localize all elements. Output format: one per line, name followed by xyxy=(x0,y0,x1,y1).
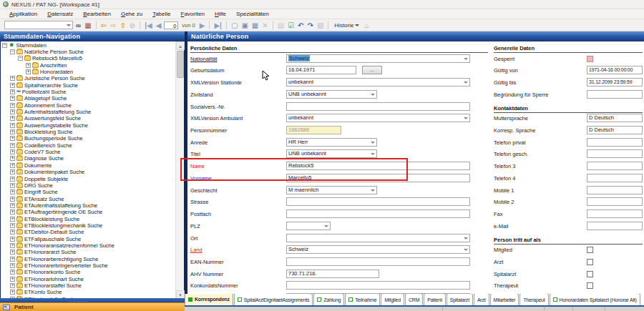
expand-icon[interactable]: + xyxy=(10,136,15,141)
field-begruendung-fuer-sperre[interactable] xyxy=(587,90,643,99)
field-ean-nummer[interactable] xyxy=(286,257,470,266)
up-icon[interactable]: ⇧ xyxy=(119,20,126,31)
checkbox-gesperrt[interactable] xyxy=(587,56,593,62)
expand-icon[interactable]: + xyxy=(10,169,15,174)
find-icon[interactable]: ∞ xyxy=(75,20,82,31)
tab-korrespondenz[interactable]: Korrespondenz xyxy=(185,294,233,305)
tab-honorardaten-spitalarzt-honorar-alt-[interactable]: Honorardaten Spitalarzt (Honorar Alt) xyxy=(550,294,640,305)
field-geschlecht[interactable]: M maennlich xyxy=(286,186,377,194)
field-geburtsdatum[interactable]: 16.04.1971 xyxy=(286,66,356,74)
expand-icon[interactable]: + xyxy=(10,203,15,208)
expand-icon[interactable]: + xyxy=(10,149,15,154)
field-ort[interactable] xyxy=(286,234,470,242)
prev-record-icon[interactable]: ◀ xyxy=(155,20,162,31)
tab-arzt[interactable]: Arzt xyxy=(474,294,489,305)
menu-item-bearbeiten[interactable]: Bearbeiten xyxy=(78,9,116,19)
expand-icon[interactable]: + xyxy=(10,263,15,268)
expand-icon[interactable]: + xyxy=(10,189,15,194)
expand-icon[interactable]: + xyxy=(10,143,15,148)
field-zivilstand[interactable]: UNB unbekannt xyxy=(286,90,377,99)
delete-icon[interactable]: ✕ xyxy=(261,20,268,31)
undo-icon[interactable]: ↶ xyxy=(297,20,304,31)
expand-icon[interactable]: + xyxy=(26,69,31,74)
field-label-land[interactable]: Land xyxy=(190,247,203,253)
expand-icon[interactable]: + xyxy=(10,283,15,288)
field-land[interactable]: Schweiz xyxy=(286,245,470,254)
expand-icon[interactable]: + xyxy=(10,103,15,108)
save-icon[interactable]: ▣ xyxy=(240,20,248,31)
tab-spitalarztdignitaetassignments[interactable]: SpitalArztDignitaetAssignments xyxy=(234,294,313,305)
field-name[interactable]: Rebstock5 xyxy=(286,162,470,170)
collapse-icon[interactable]: − xyxy=(2,43,7,48)
field-konkordatsnummer[interactable] xyxy=(286,281,470,290)
expand-icon[interactable]: + xyxy=(10,257,15,262)
tab-mitglied[interactable]: Mitglied xyxy=(381,294,404,305)
quick-search-combo[interactable] xyxy=(4,21,73,29)
tab-therapeut[interactable]: Therapeut xyxy=(519,294,548,305)
menu-item-tabelle[interactable]: Tabelle xyxy=(147,9,175,19)
field-gueltig-von[interactable]: 1971-04-16 00:00:00 xyxy=(587,66,643,74)
field-nationalitaet[interactable]: Schweiz xyxy=(286,54,470,63)
historie-button[interactable]: Historie xyxy=(332,22,361,29)
field-muttersprache[interactable]: D Deutsch xyxy=(587,114,643,122)
tree-scrollbar[interactable]: ▲ ▼ xyxy=(175,41,184,299)
field-label-nationalitaet[interactable]: Nationalität xyxy=(190,56,218,62)
field-e-mail[interactable] xyxy=(587,222,643,230)
field-anrede[interactable]: HR Herr xyxy=(286,138,377,147)
forward-icon[interactable]: ⇨ xyxy=(109,20,117,31)
menu-item-applikation[interactable]: Applikation xyxy=(4,9,42,19)
expand-icon[interactable]: + xyxy=(10,116,15,121)
collapse-icon[interactable]: − xyxy=(10,49,15,54)
first-record-icon[interactable]: |◀ xyxy=(144,20,153,31)
back-icon[interactable]: ⇦ xyxy=(100,20,107,31)
collapse-icon[interactable]: − xyxy=(18,56,23,61)
scroll-up-icon[interactable]: ▲ xyxy=(176,41,185,50)
save-all-icon[interactable]: ▦ xyxy=(251,20,259,31)
expand-icon[interactable]: + xyxy=(10,237,15,242)
menu-item-gehezu[interactable]: Gehe zu xyxy=(116,9,147,19)
field-postfach[interactable] xyxy=(286,209,470,218)
field-mobile-2[interactable] xyxy=(587,197,643,206)
expand-icon[interactable]: + xyxy=(10,209,15,214)
tab-crm[interactable]: CRM xyxy=(405,294,423,305)
record-number-input[interactable]: 0 xyxy=(164,21,178,29)
expand-icon[interactable]: + xyxy=(10,163,15,168)
expand-icon[interactable]: + xyxy=(10,96,15,101)
scroll-thumb[interactable] xyxy=(177,51,184,78)
stop-icon[interactable]: ⊘ xyxy=(129,20,136,31)
expand-icon[interactable]: + xyxy=(10,177,15,182)
field-telefon-gesch[interactable] xyxy=(587,149,643,158)
browse-button-geburtsdatum[interactable]: ... xyxy=(362,66,382,74)
expand-icon[interactable]: + xyxy=(26,63,31,68)
field-sozialvers-nr[interactable] xyxy=(286,102,470,111)
checkbox-therapeut[interactable] xyxy=(587,282,593,289)
field-mobile-1[interactable] xyxy=(587,186,643,194)
tab-spitalarzt[interactable]: Spitalarzt xyxy=(447,294,473,305)
next-record-icon[interactable]: ▶ xyxy=(199,20,206,31)
field-fax[interactable] xyxy=(587,209,643,218)
tab-patient[interactable]: Patient xyxy=(424,294,445,305)
expand-icon[interactable]: + xyxy=(10,123,15,128)
field-ahv-nummer[interactable]: 730.71.216. xyxy=(286,270,379,278)
field-telefon-privat[interactable] xyxy=(587,138,643,147)
menu-item-hilfe[interactable]: Hilfe xyxy=(210,9,231,19)
expand-icon[interactable]: + xyxy=(10,277,15,282)
field-telefon-3[interactable] xyxy=(587,162,643,170)
expand-icon[interactable]: + xyxy=(10,183,15,188)
new-record-icon[interactable]: ▢ xyxy=(230,20,238,31)
expand-icon[interactable]: + xyxy=(10,109,15,114)
field-telefon-4[interactable] xyxy=(587,174,643,182)
expand-icon[interactable]: + xyxy=(10,217,15,222)
field-strasse[interactable] xyxy=(286,197,470,206)
field-vorname[interactable]: Marcello5 xyxy=(286,174,470,182)
field-korresp-sprache[interactable]: D Deutsch xyxy=(587,126,643,134)
expand-icon[interactable]: + xyxy=(10,223,15,228)
expand-icon[interactable]: + xyxy=(10,229,15,235)
tab-zahlung[interactable]: Zahlung xyxy=(313,294,344,305)
checkbox-spitalarzt[interactable] xyxy=(587,271,593,277)
field-gueltig-bis[interactable]: 31.12.2099 23:59:59 xyxy=(587,78,643,87)
checkbox-mitglied[interactable] xyxy=(587,247,593,253)
refresh-icon[interactable]: ☑ xyxy=(287,20,295,31)
expand-icon[interactable]: + xyxy=(10,270,15,275)
table-find-icon[interactable]: ▦ xyxy=(84,20,92,31)
